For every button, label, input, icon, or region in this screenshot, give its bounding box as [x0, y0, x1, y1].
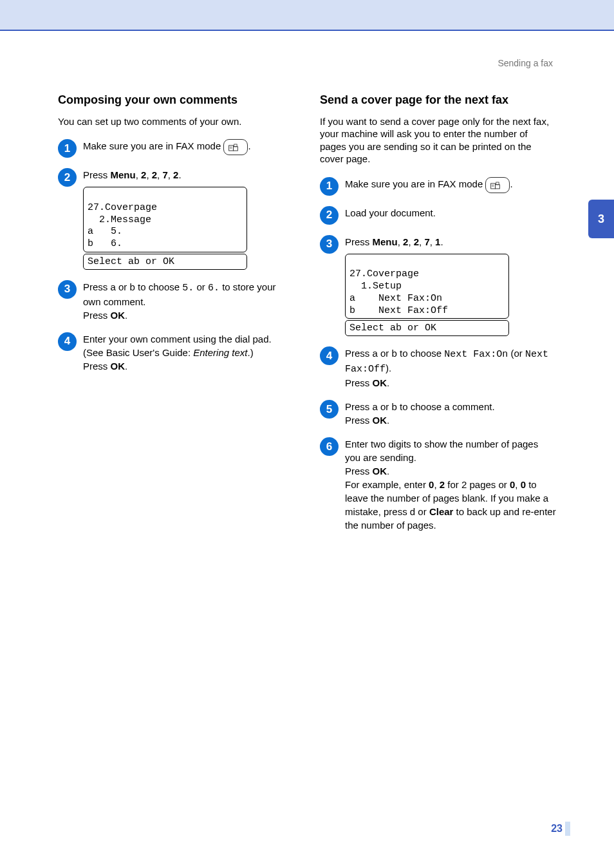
text: Press [83, 361, 111, 372]
text: . [387, 377, 389, 388]
text: For example, enter [345, 479, 429, 490]
option-code: 6. [208, 283, 219, 294]
step-number-icon: 2 [58, 168, 77, 187]
text: , [434, 479, 439, 490]
key-digit: 7 [424, 236, 429, 247]
text: , [168, 169, 173, 180]
fax-icon [223, 139, 248, 155]
period: . [510, 178, 512, 189]
text: , [398, 236, 403, 247]
lcd-prompt: Select ab or OK [345, 320, 509, 336]
text: Press [345, 377, 373, 388]
svg-rect-1 [234, 147, 238, 151]
lcd-display: 27.Coverpage 1.Setup a Next Fax:On b Nex… [345, 254, 509, 337]
text: ). [386, 363, 391, 373]
step-number-icon: 1 [58, 139, 77, 158]
step-number-icon: 4 [58, 332, 77, 351]
lcd-prompt: Select ab or OK [83, 254, 247, 270]
right-step-3: 3 Press Menu, 2, 2, 7, 1. 27.Coverpage 1… [320, 235, 556, 337]
text: or [194, 281, 208, 292]
text: Press [83, 310, 111, 321]
key-digit: 7 [162, 169, 167, 180]
lcd-line: b 6. [88, 238, 122, 249]
right-column: Send a cover page for the next fax If yo… [320, 93, 556, 542]
left-step-3: 3 Press a or b to choose 5. or 6. to sto… [58, 280, 294, 322]
period: . [248, 140, 250, 151]
lcd-line: a 5. [88, 226, 122, 237]
text: Press a or b to choose [83, 281, 182, 292]
ok-key: OK [373, 466, 387, 476]
lcd-line: 27.Coverpage [349, 269, 419, 279]
clear-key: Clear [429, 506, 454, 517]
page-header: Sending a fax [498, 58, 553, 68]
menu-key: Menu [373, 236, 398, 247]
right-step-1: 1 Make sure you are in FAX mode . [320, 177, 556, 196]
ok-key: OK [373, 377, 387, 388]
right-step-6: 6 Enter two digits to show the number of… [320, 437, 556, 532]
left-step-2: 2 Press Menu, 2, 2, 7, 2. 27.Coverpage 2… [58, 168, 294, 270]
right-intro: If you want to send a cover page only fo… [320, 115, 556, 165]
left-step-1: 1 Make sure you are in FAX mode . [58, 139, 294, 158]
text: .) [247, 347, 253, 358]
text: . [440, 236, 443, 247]
right-step-4: 4 Press a or b to choose Next Fax:On (or… [320, 346, 556, 390]
lcd-line: b Next Fax:Off [349, 305, 448, 316]
left-intro: You can set up two comments of your own. [58, 115, 294, 128]
lcd-line: 27.Coverpage [88, 202, 157, 213]
ok-key: OK [111, 310, 126, 321]
text: . [178, 169, 181, 180]
step-number-icon: 3 [58, 280, 77, 299]
text: for 2 pages or [445, 479, 510, 490]
step-number-icon: 1 [320, 177, 339, 196]
option-code: 5. [182, 283, 194, 294]
svg-rect-7 [496, 182, 499, 185]
text: . [125, 361, 127, 372]
left-column: Composing your own comments You can set … [58, 93, 294, 542]
text: Enter two digits to show the number of p… [345, 439, 538, 463]
step-number-icon: 2 [320, 206, 339, 225]
svg-rect-6 [496, 184, 500, 188]
left-title: Composing your own comments [58, 93, 294, 108]
text: Press [83, 169, 111, 180]
text: , [136, 169, 141, 180]
lcd-line: a Next Fax:On [349, 293, 442, 304]
text: Press [345, 236, 373, 247]
ok-key: OK [111, 361, 126, 372]
text: (or [508, 348, 525, 359]
option-code: Next Fax:On [444, 349, 508, 360]
menu-key: Menu [111, 169, 136, 180]
lcd-display: 27.Coverpage 2.Message a 5. b 6. Select … [83, 187, 247, 270]
text: , [146, 169, 151, 180]
step-number-icon: 4 [320, 346, 339, 365]
key-digit: 2 [440, 479, 445, 490]
lcd-line: 1.Setup [349, 281, 402, 292]
right-title: Send a cover page for the next fax [320, 93, 556, 108]
text: , [408, 236, 413, 247]
text: . [387, 415, 389, 426]
fax-icon [485, 177, 510, 193]
text: Press [345, 466, 373, 476]
text: , [430, 236, 435, 247]
step-number-icon: 5 [320, 400, 339, 419]
left-step1-text: Make sure you are in FAX mode [83, 140, 221, 151]
lcd-line: 2.Message [88, 214, 151, 225]
text: Make sure you are in FAX mode [345, 178, 483, 189]
svg-rect-2 [234, 144, 237, 147]
text: Load your document. [345, 207, 436, 218]
key-digit: 2 [414, 236, 419, 247]
page-number: 23 [551, 823, 563, 835]
chapter-tab: 3 [588, 200, 614, 238]
text: , [515, 479, 520, 490]
text: . [125, 310, 127, 321]
text: Press a or b to choose a comment. [345, 401, 495, 412]
text: Press a or b to choose [345, 348, 444, 359]
ok-key: OK [373, 415, 387, 426]
right-step-5: 5 Press a or b to choose a comment. Pres… [320, 400, 556, 427]
step-number-icon: 3 [320, 235, 339, 254]
chapter-number: 3 [598, 212, 604, 226]
page-number-accent [565, 822, 570, 836]
step-number-icon: 6 [320, 437, 339, 456]
reference-title: Entering text [193, 347, 247, 358]
left-step-4: 4 Enter your own comment using the dial … [58, 332, 294, 373]
right-step-2: 2 Load your document. [320, 206, 556, 225]
